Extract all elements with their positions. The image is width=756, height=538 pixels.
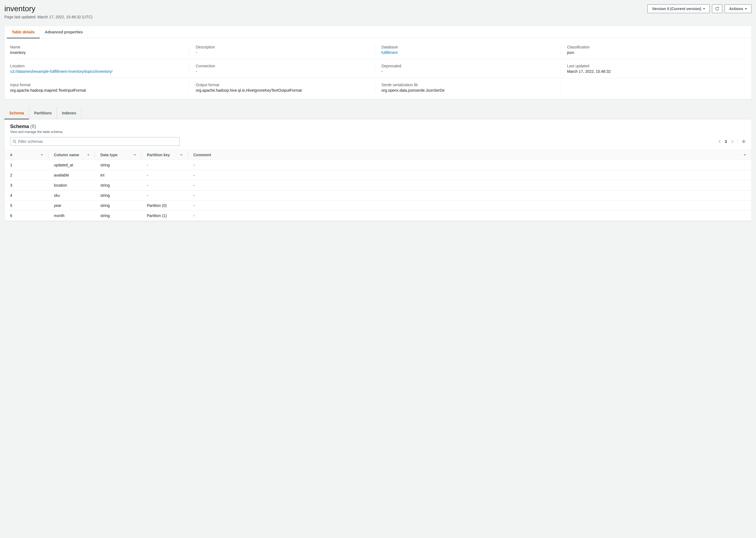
location-link[interactable]: s3://datameshexample-fullfillment-invent… <box>10 69 182 74</box>
cell-type: string <box>95 160 141 170</box>
table-row: 2availableint-- <box>5 170 751 180</box>
cell-comment: - <box>188 160 751 170</box>
deprecated-label: Deprecated <box>381 64 554 68</box>
pager-prev-icon[interactable] <box>718 139 721 143</box>
description-label: Description <box>196 45 368 49</box>
serde-value: org.openx.data.jsonserde.JsonSerDe <box>381 88 554 92</box>
svg-point-0 <box>13 140 16 142</box>
sort-icon <box>180 154 182 156</box>
table-row: 5yearstringPartition (0)- <box>5 200 751 211</box>
col-num[interactable]: # <box>5 150 48 160</box>
classification-value: json <box>567 50 739 55</box>
page-title: inventory <box>4 4 92 13</box>
cell-name: available <box>48 170 95 180</box>
search-icon <box>13 139 17 143</box>
name-value: inventory <box>10 50 182 55</box>
cell-comment: - <box>188 211 751 221</box>
caret-down-icon <box>703 8 705 10</box>
last-updated-label: Last updated <box>567 64 739 68</box>
cell-type: string <box>95 200 141 211</box>
cell-num: 4 <box>5 190 48 200</box>
version-dropdown[interactable]: Version 0 (Current version) <box>647 4 710 13</box>
schema-description: View and manage the table schema. <box>10 130 746 134</box>
table-row: 3locationstring-- <box>5 180 751 190</box>
sort-icon <box>87 154 89 156</box>
cell-comment: - <box>188 190 751 200</box>
connection-value: - <box>196 69 368 74</box>
cell-num: 3 <box>5 180 48 190</box>
description-value: - <box>196 50 368 55</box>
schema-table: # Column name Data type Partition key Co… <box>5 150 751 221</box>
serde-label: Serde serialization lib <box>381 82 554 87</box>
cell-num: 2 <box>5 170 48 180</box>
name-label: Name <box>10 45 182 49</box>
col-type[interactable]: Data type <box>95 150 141 160</box>
sort-icon <box>41 154 43 156</box>
cell-partition: - <box>141 180 188 190</box>
schema-filter[interactable] <box>10 137 180 146</box>
cell-name: month <box>48 211 95 221</box>
tab-table-details[interactable]: Table details <box>7 26 40 38</box>
schema-filter-input[interactable] <box>18 139 177 144</box>
schema-panel: Schema (8) View and manage the table sch… <box>4 119 752 221</box>
refresh-button[interactable] <box>712 4 722 13</box>
actions-dropdown[interactable]: Actions <box>725 4 752 13</box>
caret-down-icon <box>745 8 747 10</box>
tab-advanced-properties[interactable]: Advanced properties <box>40 26 88 38</box>
cell-num: 1 <box>5 160 48 170</box>
cell-type: string <box>95 211 141 221</box>
schema-title: Schema <box>10 124 29 129</box>
col-comment[interactable]: Comment <box>188 150 751 160</box>
version-label: Version 0 (Current version) <box>652 7 701 11</box>
cell-type: string <box>95 190 141 200</box>
connection-label: Connection <box>196 64 368 68</box>
tab-indexes[interactable]: Indexes <box>57 107 81 119</box>
col-partition[interactable]: Partition key <box>141 150 188 160</box>
cell-name: updated_at <box>48 160 95 170</box>
cell-name: location <box>48 180 95 190</box>
tab-partitions[interactable]: Partitions <box>29 107 57 119</box>
cell-type: int <box>95 170 141 180</box>
refresh-icon <box>715 7 719 11</box>
cell-partition: Partition (1) <box>141 211 188 221</box>
tab-schema[interactable]: Schema <box>4 107 29 119</box>
classification-label: Classification <box>567 45 739 49</box>
pager-page: 1 <box>725 139 727 144</box>
database-label: Database <box>381 45 554 49</box>
page-subtitle: Page last updated: March 17, 2022, 15:46… <box>4 15 92 19</box>
last-updated-value: March 17, 2022, 15:46:32 <box>567 69 739 74</box>
details-panel: Table details Advanced properties Name i… <box>4 26 752 99</box>
cell-num: 5 <box>5 200 48 211</box>
cell-comment: - <box>188 180 751 190</box>
input-format-value: org.apache.hadoop.mapred.TextInputFormat <box>10 88 182 92</box>
cell-type: string <box>95 180 141 190</box>
table-row: 1updated_atstring-- <box>5 160 751 170</box>
cell-partition: - <box>141 160 188 170</box>
output-format-value: org.apache.hadoop.hive.ql.io.HiveIgnoreK… <box>196 88 368 92</box>
table-row: 6monthstringPartition (1)- <box>5 211 751 221</box>
cell-comment: - <box>188 200 751 211</box>
pager-next-icon[interactable] <box>731 139 733 143</box>
cell-comment: - <box>188 170 751 180</box>
svg-point-1 <box>743 141 744 142</box>
input-format-label: Input format <box>10 82 182 87</box>
location-label: Location <box>10 64 182 68</box>
col-name[interactable]: Column name <box>48 150 95 160</box>
cell-name: sku <box>48 190 95 200</box>
settings-icon[interactable] <box>741 139 746 144</box>
cell-partition: - <box>141 190 188 200</box>
cell-partition: - <box>141 170 188 180</box>
output-format-label: Output format <box>196 82 368 87</box>
cell-name: year <box>48 200 95 211</box>
cell-num: 6 <box>5 211 48 221</box>
actions-label: Actions <box>729 7 743 11</box>
cell-partition: Partition (0) <box>141 200 188 211</box>
sort-icon <box>744 154 746 156</box>
sort-icon <box>134 154 136 156</box>
deprecated-value: - <box>381 69 554 74</box>
table-row: 4skustring-- <box>5 190 751 200</box>
database-link[interactable]: fulfillment <box>381 50 554 55</box>
schema-count: (8) <box>30 124 36 129</box>
